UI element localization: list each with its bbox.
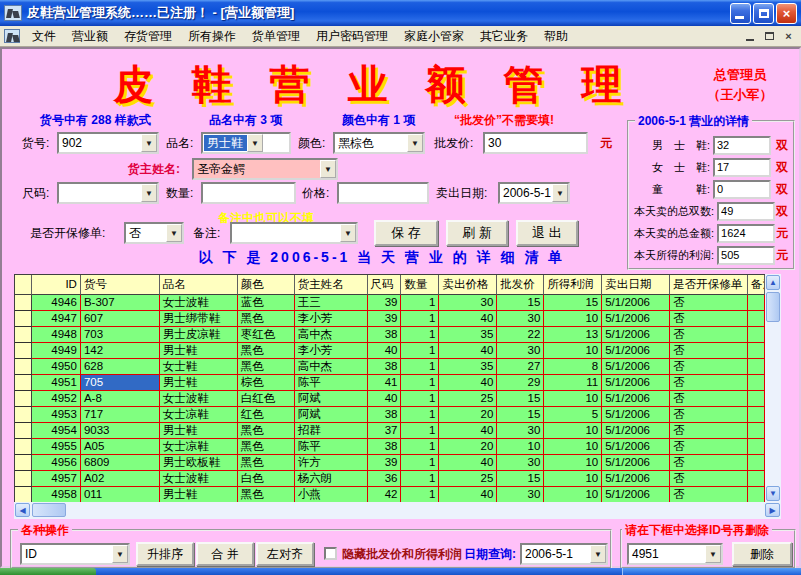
menu-item-6[interactable]: 家庭小管家 <box>396 26 472 47</box>
quantity-input[interactable] <box>201 182 296 204</box>
minimize-button[interactable] <box>730 3 751 24</box>
dropdown-icon[interactable]: ▼ <box>247 134 263 152</box>
table-cell[interactable]: 男士鞋 <box>160 423 238 439</box>
child-close-button[interactable]: × <box>780 29 797 44</box>
table-cell[interactable]: 37 <box>368 423 402 439</box>
table-cell[interactable]: 1 <box>401 343 439 359</box>
table-cell[interactable]: 35 <box>439 359 497 375</box>
table-cell[interactable] <box>748 455 765 471</box>
table-cell[interactable] <box>748 375 765 391</box>
sort-field-combobox[interactable]: ID ▼ <box>20 543 130 565</box>
dropdown-icon[interactable]: ▼ <box>141 184 157 202</box>
table-cell[interactable]: 黑色 <box>238 359 295 375</box>
table-cell[interactable]: 25 <box>439 391 497 407</box>
table-cell[interactable]: 20 <box>439 439 497 455</box>
table-cell[interactable]: 10 <box>544 471 602 487</box>
table-cell[interactable]: 11 <box>544 375 602 391</box>
table-cell[interactable]: 陈平 <box>295 439 368 455</box>
table-cell[interactable]: 35 <box>439 327 497 343</box>
table-cell[interactable]: 高中杰 <box>295 359 368 375</box>
table-cell[interactable]: 011 <box>81 487 160 502</box>
table-cell[interactable]: 30 <box>497 487 544 502</box>
table-cell[interactable]: 5/1/2006 <box>602 391 670 407</box>
table-cell[interactable]: 10 <box>544 391 602 407</box>
table-cell[interactable]: 男士鞋 <box>160 343 238 359</box>
start-button[interactable] <box>0 568 96 575</box>
child-minimize-button[interactable] <box>742 29 759 44</box>
table-cell[interactable]: 30 <box>497 423 544 439</box>
table-cell[interactable]: 黑色 <box>238 487 295 502</box>
table-cell[interactable]: 陈平 <box>295 375 368 391</box>
table-cell[interactable]: 4946 <box>32 295 81 311</box>
table-cell[interactable]: 4958 <box>32 487 81 502</box>
table-cell[interactable]: 40 <box>439 343 497 359</box>
table-cell[interactable]: 否 <box>670 295 748 311</box>
table-cell[interactable] <box>748 439 765 455</box>
table-cell[interactable]: 40 <box>439 487 497 502</box>
table-cell[interactable]: 否 <box>670 343 748 359</box>
row-selector[interactable] <box>15 359 32 375</box>
table-cell[interactable]: 5 <box>544 407 602 423</box>
table-cell[interactable]: 38 <box>368 407 402 423</box>
row-selector[interactable] <box>15 327 32 343</box>
table-cell[interactable]: 5/1/2006 <box>602 375 670 391</box>
scroll-down-button[interactable]: ▼ <box>766 486 780 501</box>
table-cell[interactable]: 许方 <box>295 455 368 471</box>
detail-value-input[interactable] <box>713 180 771 199</box>
table-cell[interactable]: 36 <box>368 471 402 487</box>
sort-asc-button[interactable]: 升排序 <box>136 542 194 566</box>
dropdown-icon[interactable]: ▼ <box>112 545 128 563</box>
save-button[interactable]: 保 存 <box>374 220 438 246</box>
table-cell[interactable]: A05 <box>81 439 160 455</box>
table-cell[interactable]: B-307 <box>81 295 160 311</box>
table-cell[interactable]: 10 <box>544 487 602 502</box>
horizontal-scrollbar[interactable]: ◀ ▶ <box>14 502 781 519</box>
row-selector[interactable] <box>15 295 32 311</box>
scroll-left-button[interactable]: ◀ <box>15 503 30 517</box>
table-cell[interactable]: 1 <box>401 471 439 487</box>
table-cell[interactable]: 4950 <box>32 359 81 375</box>
table-cell[interactable]: 棕色 <box>238 375 295 391</box>
table-cell[interactable]: 38 <box>368 359 402 375</box>
table-cell[interactable]: 4951 <box>32 375 81 391</box>
table-cell[interactable]: 5/1/2006 <box>602 439 670 455</box>
table-cell[interactable] <box>748 471 765 487</box>
table-cell[interactable]: 1 <box>401 295 439 311</box>
table-cell[interactable]: 李小芳 <box>295 311 368 327</box>
table-cell[interactable]: 10 <box>544 455 602 471</box>
table-cell[interactable]: 30 <box>497 311 544 327</box>
row-selector[interactable] <box>15 487 32 502</box>
detail-value-input[interactable] <box>717 224 775 243</box>
table-cell[interactable]: 小燕 <box>295 487 368 502</box>
price-input[interactable] <box>337 182 429 204</box>
table-cell[interactable]: 否 <box>670 359 748 375</box>
table-cell[interactable]: 4953 <box>32 407 81 423</box>
table-cell[interactable]: 15 <box>544 295 602 311</box>
close-button[interactable]: × <box>776 3 797 24</box>
table-cell[interactable]: 5/1/2006 <box>602 423 670 439</box>
table-cell[interactable]: 10 <box>497 439 544 455</box>
table-cell[interactable]: 15 <box>497 295 544 311</box>
table-cell[interactable]: 白红色 <box>238 391 295 407</box>
table-cell[interactable] <box>748 423 765 439</box>
table-cell[interactable]: 杨六朗 <box>295 471 368 487</box>
table-cell[interactable]: 4949 <box>32 343 81 359</box>
table-cell[interactable]: 黑色 <box>238 439 295 455</box>
table-cell[interactable]: 705 <box>81 375 160 391</box>
table-cell[interactable]: 40 <box>368 343 402 359</box>
row-selector[interactable] <box>15 375 32 391</box>
table-cell[interactable]: 李小芳 <box>295 343 368 359</box>
table-cell[interactable]: 38 <box>368 327 402 343</box>
table-cell[interactable]: 女士波鞋 <box>160 295 238 311</box>
row-selector[interactable] <box>15 439 32 455</box>
table-cell[interactable]: 1 <box>401 423 439 439</box>
menu-item-3[interactable]: 所有操作 <box>180 26 244 47</box>
owner-combobox[interactable]: 圣帝金鳄 ▼ <box>192 158 338 180</box>
table-cell[interactable]: 蓝色 <box>238 295 295 311</box>
table-cell[interactable]: 黑色 <box>238 311 295 327</box>
table-cell[interactable]: 5/1/2006 <box>602 471 670 487</box>
detail-value-input[interactable] <box>713 158 771 177</box>
hide-wholesale-checkbox[interactable] <box>324 547 337 560</box>
menu-item-4[interactable]: 货单管理 <box>244 26 308 47</box>
warranty-combobox[interactable]: 否 ▼ <box>124 222 184 244</box>
